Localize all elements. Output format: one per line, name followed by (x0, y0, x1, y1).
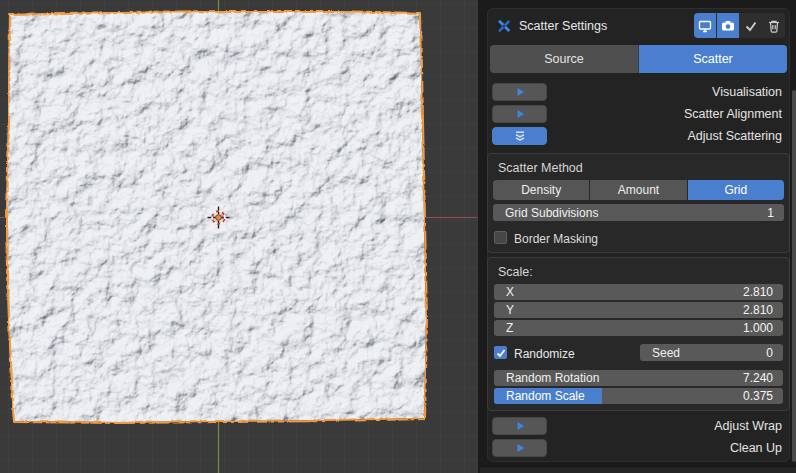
adjust-scattering-row: Adjust Scattering (492, 127, 782, 145)
adjust-scattering-collapse-button[interactable] (492, 127, 547, 145)
scale-z-slider[interactable]: Z 1.000 (494, 320, 783, 336)
object-origin-dot (216, 215, 222, 221)
panel-bottom-strip (480, 466, 796, 473)
panel-scrollbar[interactable] (792, 90, 796, 462)
panel-title: Scatter Settings (519, 18, 607, 34)
clean-up-row: Clean Up (492, 439, 782, 457)
scale-label: Scale: (498, 265, 533, 279)
viewport-3d[interactable] (0, 0, 478, 473)
play-icon (515, 109, 525, 119)
seed-value: 0 (766, 344, 773, 361)
play-icon (515, 87, 525, 97)
scale-x-slider[interactable]: X 2.810 (494, 284, 783, 300)
adjust-wrap-label: Adjust Wrap (714, 417, 782, 435)
scatter-method-box: Scatter Method Density Amount Grid Grid … (487, 153, 790, 253)
panel-tabs: Source Scatter (490, 45, 787, 73)
random-rotation-value: 7.240 (743, 370, 773, 386)
check-icon (496, 348, 506, 358)
apply-check-icon[interactable] (740, 13, 762, 38)
method-option-amount[interactable]: Amount (590, 180, 686, 200)
clean-up-label: Clean Up (730, 439, 782, 457)
randomize-label: Randomize (514, 347, 575, 361)
scatter-alignment-label: Scatter Alignment (684, 105, 782, 123)
visualisation-row: Visualisation (492, 83, 782, 101)
tab-scatter[interactable]: Scatter (639, 45, 787, 73)
random-rotation-label: Random Rotation (506, 370, 599, 386)
play-icon (515, 421, 525, 431)
method-option-grid[interactable]: Grid (688, 180, 784, 200)
random-scale-value: 0.375 (743, 388, 773, 404)
scale-x-label: X (506, 284, 514, 300)
border-masking-checkbox[interactable] (494, 231, 507, 244)
random-rotation-slider[interactable]: Random Rotation 7.240 (494, 370, 783, 386)
adjust-wrap-expand-button[interactable] (492, 417, 547, 435)
random-scale-slider[interactable]: Random Scale 0.375 (494, 388, 783, 404)
scale-y-slider[interactable]: Y 2.810 (494, 302, 783, 318)
seed-label: Seed (652, 344, 680, 361)
app-window: Scatter Settings (0, 0, 796, 473)
visualisation-label: Visualisation (712, 83, 782, 101)
scale-x-value: 2.810 (743, 284, 773, 300)
grid-subdivisions-label: Grid Subdivisions (505, 204, 598, 221)
seed-slider[interactable]: Seed 0 (640, 344, 783, 361)
scatter-method-label: Scatter Method (498, 161, 583, 175)
method-option-density[interactable]: Density (493, 180, 589, 200)
scale-y-label: Y (506, 302, 514, 318)
grid-subdivisions-value: 1 (767, 204, 774, 221)
scatter-alignment-expand-button[interactable] (492, 105, 547, 123)
randomize-checkbox[interactable] (494, 346, 507, 359)
scale-y-value: 2.810 (743, 302, 773, 318)
border-masking-label: Border Masking (514, 232, 598, 246)
scatter-alignment-row: Scatter Alignment (492, 105, 782, 123)
scatter-settings-panel: Scatter Settings (487, 8, 790, 462)
visualisation-expand-button[interactable] (492, 83, 547, 101)
tab-source[interactable]: Source (490, 45, 639, 73)
header-toggle-group (694, 13, 785, 38)
display-toggle-icon[interactable] (694, 13, 716, 38)
scale-box: Scale: X 2.810 Y 2.810 Z 1.000 Randomize… (487, 257, 790, 411)
scale-z-label: Z (506, 320, 513, 336)
scatter-method-segmented: Density Amount Grid (493, 180, 784, 200)
scatter-settings-icon (496, 18, 512, 34)
double-chevron-down-icon (514, 131, 526, 142)
clean-up-expand-button[interactable] (492, 439, 547, 457)
adjust-scattering-label: Adjust Scattering (688, 127, 783, 145)
random-scale-label: Random Scale (506, 388, 585, 404)
camera-toggle-icon[interactable] (717, 13, 739, 38)
delete-trash-icon[interactable] (763, 13, 785, 38)
adjust-wrap-row: Adjust Wrap (492, 417, 782, 435)
scale-z-value: 1.000 (743, 320, 773, 336)
play-icon (515, 443, 525, 453)
grid-subdivisions-slider[interactable]: Grid Subdivisions 1 (493, 204, 784, 221)
